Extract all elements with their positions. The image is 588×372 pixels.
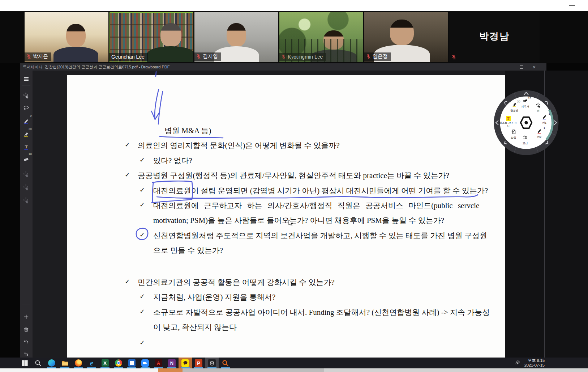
participant-video — [58, 24, 94, 62]
pdf-window-title: 독서세미나_김창엽(2019)건강의 공공성과 공공보건의료0715.pdf -… — [23, 64, 169, 70]
doc-line: motivation; PSM)을 높은 사람들로 들어오는가? 아니면 채용후… — [33, 215, 444, 225]
zoom-icon — [141, 359, 149, 367]
kakaotalk-icon — [181, 359, 189, 367]
doc-line-text: 민간의료기관의 공공적 활동은 어떻게 강화시킬 수 있는가? — [138, 277, 335, 287]
wheel-item-pen-2[interactable]: 1펜2 — [530, 128, 548, 139]
participant-tile[interactable]: 박지은 — [25, 12, 108, 62]
taskbar-start[interactable] — [18, 358, 31, 368]
sidebar-pen-tool[interactable]: 2 — [20, 116, 33, 127]
wheel-item-text-highlight[interactable]: T텍스트 강조 표시 — [499, 115, 517, 128]
sidebar-tool-slot-1[interactable] — [20, 169, 33, 179]
drawboard-sidebar: 220T18 — [20, 71, 33, 358]
taskbar-ie[interactable]: e — [85, 358, 98, 368]
sidebar-text-tool[interactable]: T — [20, 141, 33, 152]
checkmark: ✓ — [140, 308, 145, 315]
taskbar-explorer[interactable] — [58, 358, 72, 368]
tool-badge: 18 — [29, 152, 32, 156]
tool-badge: 20 — [29, 127, 32, 131]
participant-head — [160, 23, 181, 47]
radial-tool-menu[interactable]: 20형광펜18지우개팬T텍스트 강조 표시1펜1삽입고급1펜2 — [494, 90, 559, 155]
doc-line-text: 병원 M&A 등) — [164, 126, 211, 136]
muted-mic-icon — [451, 55, 456, 60]
pan-icon — [536, 102, 541, 108]
taskbar-acrobat[interactable]: A — [152, 358, 165, 368]
participant-tile[interactable]: 김지영 — [194, 12, 278, 62]
sidebar-menu[interactable] — [20, 73, 33, 84]
taskbar-kakaotalk[interactable] — [179, 358, 192, 368]
muted-mic-icon — [196, 54, 201, 59]
sidebar-highlighter-tool[interactable]: 20 — [20, 129, 33, 140]
doc-line: ✓소규모로 자발적으로 공공사업 아이디어 내서. Funding 조달해서? … — [33, 307, 490, 317]
sidebar-undo[interactable] — [20, 337, 33, 347]
sidebar-delete-page[interactable] — [20, 324, 33, 335]
sidebar-add-page[interactable] — [20, 311, 33, 322]
window-close-button[interactable]: × — [529, 63, 540, 71]
doc-line-text: 으로 만들 수 있는가? — [153, 245, 223, 255]
powerpoint-icon: P — [194, 359, 203, 367]
doc-line-text: motivation; PSM)을 높은 사람들로 들어오는가? 아니면 채용후… — [153, 215, 444, 225]
wheel-item-badge: 1 — [544, 126, 545, 130]
participant-tile[interactable]: 임은정 — [364, 12, 448, 62]
ie-icon: e — [87, 359, 96, 367]
sidebar-pan-tool[interactable] — [20, 90, 33, 101]
checkmark: ✓ — [140, 231, 145, 238]
doc-line: ✓의료인의 영리지향적 문화(인식)은 어떻게 변화될 수 있을까? — [33, 140, 340, 151]
doc-line-text: 대전의료원이 설립 운영되면 (감염병 시기가 아닌) 평상시 대전시민들에게 … — [153, 186, 488, 196]
pdf-window-titlebar[interactable]: 독서세미나_김창엽(2019)건강의 공공성과 공공보건의료0715.pdf -… — [20, 63, 546, 71]
docs-app-icon — [128, 359, 136, 367]
participant-tile[interactable]: 박경남 — [449, 12, 540, 62]
taskbar-docs-app[interactable] — [125, 358, 138, 368]
taskbar-drawboard[interactable] — [205, 358, 219, 368]
participant-name: 박지은 — [33, 53, 48, 60]
taskbar-search-orange[interactable] — [219, 358, 232, 368]
excel-icon: X — [101, 359, 109, 367]
wheel-item-pan[interactable]: 팬 — [529, 102, 547, 113]
restore-icon — [520, 65, 523, 69]
checkmark: ✓ — [140, 292, 145, 300]
window-restore-button[interactable] — [516, 63, 527, 71]
doc-line: ✓지금처럼, 사업(운영) 지원을 통해서? — [33, 292, 275, 302]
wheel-item-label: 펜2 — [530, 136, 548, 139]
participant-tile[interactable]: Geunchan Lee — [110, 12, 193, 62]
taskbar-clock[interactable]: 오후 8:15 2021-07-15 — [524, 358, 545, 368]
sidebar-eraser-tool[interactable]: 18 — [20, 154, 33, 165]
search-icon — [34, 359, 42, 367]
participant-name-label: 임은정 — [364, 52, 391, 61]
system-tray[interactable]: 오후 8:15 2021-07-15 — [515, 358, 545, 368]
participant-video — [315, 30, 352, 62]
taskbar-excel[interactable]: X — [98, 358, 112, 368]
participant-video — [218, 23, 254, 62]
taskbar-zoom[interactable] — [138, 358, 152, 368]
doc-line: ✓공공병원 구성원(행정직 등)의 관료제/무사안일, 현실안주적 태도와 pr… — [33, 170, 449, 181]
participant-name-label — [449, 54, 459, 61]
sidebar-lasso-tool[interactable] — [20, 102, 33, 113]
insert-icon — [511, 129, 516, 135]
doc-line: ✓대전의료원에 근무하고자 하는 의사/간호사/행정직 직원은 공공서비스 마인… — [33, 200, 479, 211]
participant-tile[interactable]: Kyoungmin Lee — [279, 12, 363, 62]
checkmark: ✓ — [125, 278, 130, 285]
participant-name-label: 박지은 — [25, 52, 51, 61]
taskbar-firefox[interactable] — [72, 358, 85, 368]
onenote-icon: N — [168, 359, 176, 367]
drawboard-tray-icon[interactable] — [515, 359, 521, 367]
taskbar-chrome[interactable] — [112, 358, 125, 368]
taskbar-powerpoint[interactable]: P — [192, 358, 205, 368]
participant-head — [390, 20, 414, 45]
tray-time: 오후 8:15 — [524, 358, 545, 363]
taskbar-onenote[interactable]: N — [165, 358, 179, 368]
participant-body — [147, 46, 193, 62]
participant-head — [227, 23, 246, 47]
taskbar-edge[interactable] — [45, 358, 58, 368]
wheel-item-badge: 1 — [549, 112, 550, 115]
doc-line-text: 공공병원 구성원(행정직 등)의 관료제/무사안일, 현실안주적 태도와 pra… — [138, 170, 449, 181]
minimize-dash-icon[interactable] — [569, 5, 575, 6]
taskbar-search[interactable] — [31, 358, 45, 368]
window-minimize-button[interactable]: – — [503, 63, 514, 71]
doc-line-text: 있다? 없다? — [153, 156, 192, 166]
bottom-strip-gray — [183, 368, 324, 372]
participant-body — [53, 47, 98, 62]
sidebar-tool-slot-3[interactable] — [20, 195, 33, 206]
sidebar-tool-slot-2[interactable] — [20, 182, 33, 193]
wheel-item-pen-1[interactable]: 1펜1 — [535, 114, 553, 125]
bottom-strip-orange — [158, 368, 183, 372]
